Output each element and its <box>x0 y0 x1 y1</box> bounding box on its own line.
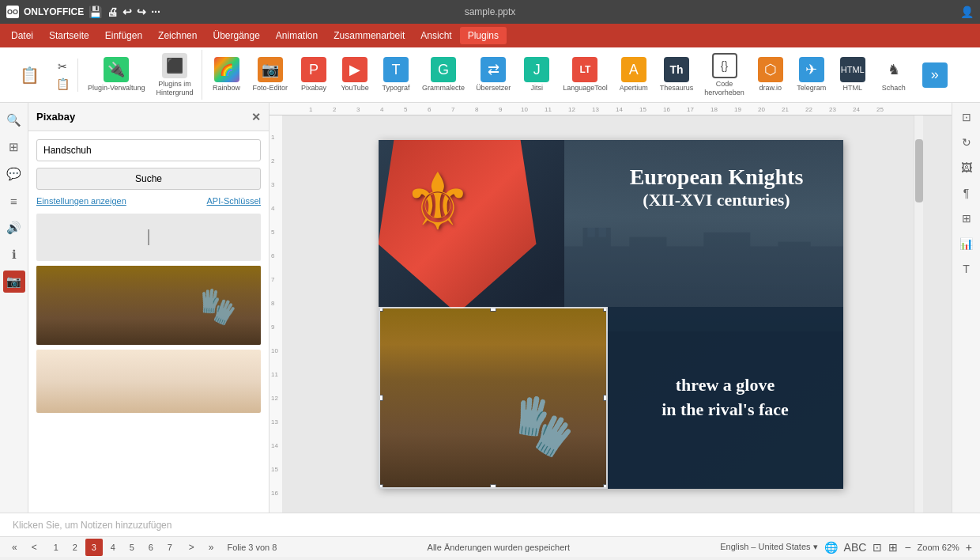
rainbow-button[interactable]: 🌈 Rainbow <box>207 54 247 96</box>
handle-bottom-mid[interactable] <box>490 484 496 489</box>
slide-area[interactable]: 1 2 3 4 5 6 7 8 9 10 11 12 13 14 15 16 1 <box>270 115 952 513</box>
plugin-verwaltung-button[interactable]: 🔌 Plugin-Verwaltung <box>83 54 150 96</box>
page-3-current[interactable]: 3 <box>85 539 103 556</box>
text-icon[interactable]: T <box>956 258 978 280</box>
sidebar-camera[interactable]: 📷 <box>3 271 25 293</box>
thesaurus-button[interactable]: Th Thesaurus <box>655 54 699 96</box>
sidebar-info[interactable]: ℹ <box>3 244 25 266</box>
handle-mid-right[interactable] <box>603 395 608 401</box>
save-btn[interactable]: 💾 <box>89 6 102 18</box>
handle-top-left[interactable] <box>379 307 383 312</box>
thumbnail-3[interactable] <box>36 350 261 413</box>
plugins-bg-button[interactable]: ⬛ Plugins imHintergrund <box>152 50 198 100</box>
image-settings-icon[interactable]: 🖼 <box>956 157 978 179</box>
chart-icon[interactable]: 📊 <box>956 233 978 255</box>
apertium-button[interactable]: A Apertium <box>614 54 654 96</box>
menu-animation[interactable]: Animation <box>268 27 326 44</box>
slide-image-selected[interactable]: 🧤 ↻ <box>379 307 608 489</box>
languagetool-button[interactable]: LT LanguageTool <box>558 54 612 96</box>
handle-top-mid[interactable] <box>490 307 496 312</box>
menu-ansicht[interactable]: Ansicht <box>413 27 459 44</box>
zoom-in-button[interactable]: + <box>966 541 972 554</box>
presentation-slide[interactable]: ⚜ European Knights (XII-XVI centuries) 🧤 <box>379 140 843 489</box>
more-btn[interactable]: ··· <box>151 6 160 18</box>
settings-link[interactable]: Einstellungen anzeigen <box>36 196 126 206</box>
print-btn[interactable]: 🖨 <box>107 6 118 18</box>
menu-einfuegen[interactable]: Einfügen <box>97 27 150 44</box>
paragraph-icon[interactable]: ¶ <box>956 182 978 204</box>
handle-bottom-left[interactable] <box>379 484 383 489</box>
table-icon[interactable]: ⊞ <box>956 207 978 229</box>
youtube-button[interactable]: ▶ YouTube <box>335 54 375 96</box>
fit-page-icon[interactable]: ⊞ <box>888 541 898 554</box>
rotate-icon[interactable]: ↻ <box>956 131 978 153</box>
search-button[interactable]: Suche <box>36 168 261 190</box>
search-input[interactable] <box>36 139 261 161</box>
page-7[interactable]: 7 <box>161 539 179 556</box>
sidebar-nav[interactable]: ≡ <box>3 190 25 212</box>
prev-page-button[interactable]: < <box>28 540 41 554</box>
titlebar: OO ONLYOFFICE 💾 🖨 ↩ ↪ ··· sample.pptx 👤 <box>0 0 980 24</box>
next-page-button[interactable]: > <box>185 540 198 554</box>
page-6[interactable]: 6 <box>142 539 160 556</box>
scrollbar-thumb[interactable] <box>915 139 923 202</box>
slide-title-line1: European Knights <box>598 164 835 191</box>
vertical-scrollbar[interactable] <box>914 115 923 513</box>
paste-button[interactable]: 📋 <box>9 59 49 91</box>
svg-text:2: 2 <box>333 106 337 113</box>
slide-settings-icon[interactable]: ⊡ <box>956 106 978 128</box>
menu-startseite[interactable]: Startseite <box>41 27 97 44</box>
fit-width-icon[interactable]: ⊡ <box>873 541 882 554</box>
typograf-button[interactable]: T Typograf <box>376 54 416 96</box>
svg-text:22: 22 <box>805 106 812 113</box>
last-page-button[interactable]: » <box>205 540 218 554</box>
menu-datei[interactable]: Datei <box>3 27 41 44</box>
api-link[interactable]: API-Schlüssel <box>207 196 261 206</box>
page-2[interactable]: 2 <box>66 539 84 556</box>
sidebar-search[interactable]: 🔍 <box>3 109 25 131</box>
handle-mid-left[interactable] <box>379 395 383 401</box>
foto-editor-button[interactable]: 📷 Foto-Editor <box>248 54 293 96</box>
first-page-button[interactable]: « <box>8 540 21 554</box>
pixabay-button[interactable]: P Pixabay <box>294 54 334 96</box>
ruler-h-svg: 1 2 3 4 5 6 7 8 9 10 11 12 13 14 15 16 1… <box>285 103 952 115</box>
menu-uebergaenge[interactable]: Übergänge <box>205 27 267 44</box>
handle-bottom-right[interactable] <box>603 484 608 489</box>
sidebar-comments[interactable]: 💬 <box>3 163 25 185</box>
jitsi-button[interactable]: J Jitsi <box>517 54 556 96</box>
thumbnail-2[interactable]: 🧤 <box>36 266 261 345</box>
menu-zeichnen[interactable]: Zeichnen <box>150 27 205 44</box>
undo-btn[interactable]: ↩ <box>122 6 132 18</box>
menu-plugins[interactable]: Plugins <box>460 27 507 44</box>
code-button[interactable]: {} Codehervorheben <box>699 50 749 100</box>
menu-zusammenarbeit[interactable]: Zusammenarbeit <box>326 27 413 44</box>
html-button[interactable]: HTML HTML <box>833 54 873 96</box>
page-1[interactable]: 1 <box>47 539 65 556</box>
svg-text:14: 14 <box>616 106 623 113</box>
page-5[interactable]: 5 <box>123 539 141 556</box>
svg-text:9: 9 <box>499 106 503 113</box>
pixabay-close-button[interactable]: ✕ <box>251 111 261 123</box>
language-selector[interactable]: English – United States ▾ <box>720 542 817 552</box>
copy-button[interactable]: 📋 <box>51 76 74 92</box>
page-4[interactable]: 4 <box>104 539 122 556</box>
svg-text:10: 10 <box>271 347 278 354</box>
grammalecte-button[interactable]: G Grammalecte <box>417 54 469 96</box>
chess-button[interactable]: ♞ Schach <box>874 54 914 96</box>
thumbnail-1[interactable] <box>36 214 261 261</box>
sidebar-audio[interactable]: 🔊 <box>3 217 25 239</box>
chess-label: Schach <box>882 84 906 93</box>
drawio-button[interactable]: ⬡ draw.io <box>751 54 790 96</box>
telegram-button[interactable]: ✈ Telegram <box>792 54 831 96</box>
handle-top-right[interactable] <box>603 307 608 312</box>
zoom-out-button[interactable]: − <box>904 541 910 554</box>
profile-icon[interactable]: 👤 <box>960 6 974 18</box>
spell-check-icon[interactable]: 🌐 <box>824 541 838 554</box>
redo-btn[interactable]: ↪ <box>137 6 146 18</box>
notes-area[interactable]: Klicken Sie, um Notizen hinzuzufügen <box>0 513 980 536</box>
sidebar-slides[interactable]: ⊞ <box>3 136 25 158</box>
more-plugins-button[interactable]: » <box>915 59 955 91</box>
uebersetzer-button[interactable]: ⇄ Übersetzer <box>471 54 515 96</box>
cut-button[interactable]: ✂ <box>51 59 74 74</box>
spell-icon[interactable]: ABC <box>844 541 867 554</box>
